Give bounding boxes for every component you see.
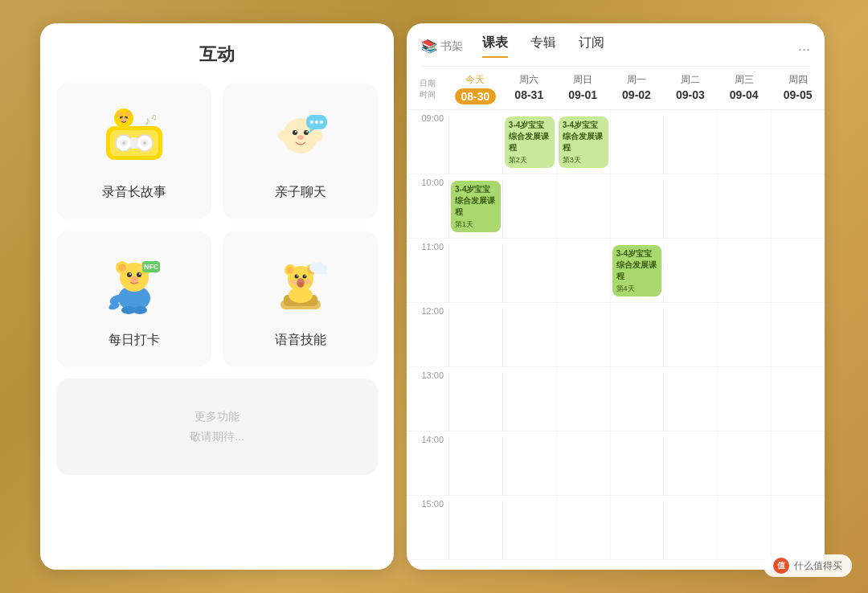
day-name-wed: 周三 bbox=[735, 73, 754, 87]
day-header-mon: 周一 09-02 bbox=[610, 73, 664, 104]
cell-15-thu bbox=[771, 496, 825, 559]
feature-grid: ♪ ♫ 录音长故事 bbox=[56, 83, 378, 367]
day-date-sun: 09-01 bbox=[568, 88, 597, 101]
schedule-container: 日期 时间 今天 08-30 周六 08-31 周日 09-01 周一 09 bbox=[407, 67, 825, 570]
voice-skill-item[interactable]: 语音技能 bbox=[223, 231, 378, 367]
cell-10-sat bbox=[502, 174, 556, 238]
cell-13-thu bbox=[771, 367, 825, 431]
record-story-item[interactable]: ♪ ♫ 录音长故事 bbox=[56, 83, 211, 219]
record-story-icon: ♪ ♫ bbox=[98, 102, 170, 174]
nav-logo: 📚 书架 bbox=[421, 39, 463, 54]
svg-point-67 bbox=[304, 280, 312, 284]
svg-point-61 bbox=[297, 282, 303, 287]
cell-9-today bbox=[448, 110, 502, 174]
svg-point-18 bbox=[125, 111, 130, 117]
cell-11-sat bbox=[502, 239, 556, 302]
family-chat-label: 亲子聊天 bbox=[275, 184, 326, 201]
day-header-today: 今天 08-30 bbox=[448, 73, 502, 104]
cell-11-wed bbox=[717, 239, 771, 302]
svg-point-21 bbox=[312, 130, 323, 141]
cell-14-tue bbox=[663, 431, 717, 495]
cell-14-sat bbox=[502, 431, 556, 495]
cell-10-today: 3-4岁宝宝综合发展课程 第1天 bbox=[448, 174, 502, 238]
cell-13-today bbox=[448, 367, 502, 431]
course-sat-9[interactable]: 3-4岁宝宝综合发展课程 第2天 bbox=[505, 117, 555, 168]
cell-10-sun bbox=[556, 174, 610, 238]
more-features: 更多功能敬请期待... bbox=[56, 378, 378, 475]
nav-more-button[interactable]: ... bbox=[798, 38, 810, 55]
time-label-11: 11:00 bbox=[407, 239, 448, 302]
course-mon-11[interactable]: 3-4岁宝宝综合发展课程 第4天 bbox=[612, 245, 662, 296]
cell-14-mon bbox=[610, 431, 664, 495]
svg-point-37 bbox=[127, 272, 132, 277]
svg-point-59 bbox=[305, 275, 306, 276]
day-header-tue: 周二 09-03 bbox=[663, 73, 717, 104]
svg-text:♪: ♪ bbox=[145, 114, 150, 127]
daily-checkin-item[interactable]: NFC 每日打卡 bbox=[56, 231, 211, 367]
cell-13-sat bbox=[502, 367, 556, 431]
time-label-9: 09:00 bbox=[407, 110, 448, 174]
svg-point-17 bbox=[117, 111, 122, 117]
cell-10-wed bbox=[717, 174, 771, 238]
cell-12-thu bbox=[771, 303, 825, 366]
time-grid: 09:00 3-4岁宝宝综合发展课程 第2天 3-4岁宝宝综合发展课程 bbox=[407, 110, 825, 570]
day-date-today: 08-30 bbox=[455, 88, 497, 104]
svg-point-54 bbox=[286, 266, 293, 273]
svg-point-35 bbox=[118, 264, 126, 272]
day-header-wed: 周三 09-04 bbox=[717, 73, 771, 104]
cell-11-thu bbox=[771, 239, 825, 302]
day-date-wed: 09-04 bbox=[730, 88, 759, 101]
cell-12-sun bbox=[556, 303, 610, 366]
svg-rect-65 bbox=[314, 268, 327, 274]
svg-text:NFC: NFC bbox=[144, 263, 159, 271]
svg-point-28 bbox=[310, 121, 313, 124]
nav-tabs: 课表 专辑 订阅 bbox=[482, 35, 798, 58]
svg-point-39 bbox=[129, 273, 131, 275]
tab-album[interactable]: 专辑 bbox=[530, 35, 556, 58]
voice-skill-icon bbox=[264, 250, 337, 322]
cell-13-sun bbox=[556, 367, 610, 431]
cell-15-wed bbox=[717, 496, 771, 559]
family-chat-item[interactable]: 亲子聊天 bbox=[223, 83, 378, 219]
cell-15-sat bbox=[502, 496, 556, 559]
cell-15-mon bbox=[610, 496, 664, 559]
svg-point-7 bbox=[143, 141, 146, 145]
cell-14-today bbox=[448, 431, 502, 495]
daily-checkin-icon: NFC bbox=[98, 250, 170, 322]
svg-point-30 bbox=[320, 121, 323, 124]
day-date-tue: 09-03 bbox=[676, 88, 705, 101]
day-date-sat: 08-31 bbox=[514, 88, 543, 101]
svg-point-20 bbox=[278, 130, 289, 141]
tab-schedule[interactable]: 课表 bbox=[482, 35, 508, 58]
cell-12-tue bbox=[663, 303, 717, 366]
tab-subscribe[interactable]: 订阅 bbox=[579, 35, 604, 58]
day-name-tue: 周二 bbox=[681, 73, 700, 87]
watermark-logo: 值 bbox=[773, 558, 789, 574]
svg-point-38 bbox=[137, 272, 141, 277]
cell-12-mon bbox=[610, 303, 664, 366]
course-sun-9[interactable]: 3-4岁宝宝综合发展课程 第3天 bbox=[559, 117, 608, 168]
cell-9-sat: 3-4岁宝宝综合发展课程 第2天 bbox=[502, 110, 556, 174]
cell-14-sun bbox=[556, 431, 610, 495]
left-panel-title: 互动 bbox=[56, 43, 378, 67]
cell-15-sun bbox=[556, 496, 610, 559]
left-panel: 互动 bbox=[40, 23, 394, 570]
watermark: 值 什么值得买 bbox=[764, 554, 852, 577]
bookshelf-icon: 📚 bbox=[421, 39, 437, 54]
cell-9-wed bbox=[717, 110, 771, 174]
course-today-10[interactable]: 3-4岁宝宝综合发展课程 第1天 bbox=[451, 181, 501, 232]
cell-13-tue bbox=[663, 367, 717, 431]
svg-point-66 bbox=[289, 280, 297, 284]
family-chat-icon bbox=[264, 102, 337, 174]
svg-point-40 bbox=[139, 273, 141, 275]
day-date-mon: 09-02 bbox=[622, 88, 651, 101]
day-name-today: 今天 bbox=[465, 73, 485, 87]
svg-point-56 bbox=[294, 274, 298, 278]
day-name-thu: 周四 bbox=[788, 73, 808, 87]
more-features-text: 更多功能敬请期待... bbox=[190, 407, 244, 447]
svg-point-23 bbox=[304, 130, 309, 135]
time-label-10: 10:00 bbox=[407, 174, 448, 238]
svg-point-41 bbox=[130, 276, 138, 283]
time-row-13: 13:00 bbox=[407, 367, 825, 431]
svg-point-29 bbox=[315, 121, 318, 124]
